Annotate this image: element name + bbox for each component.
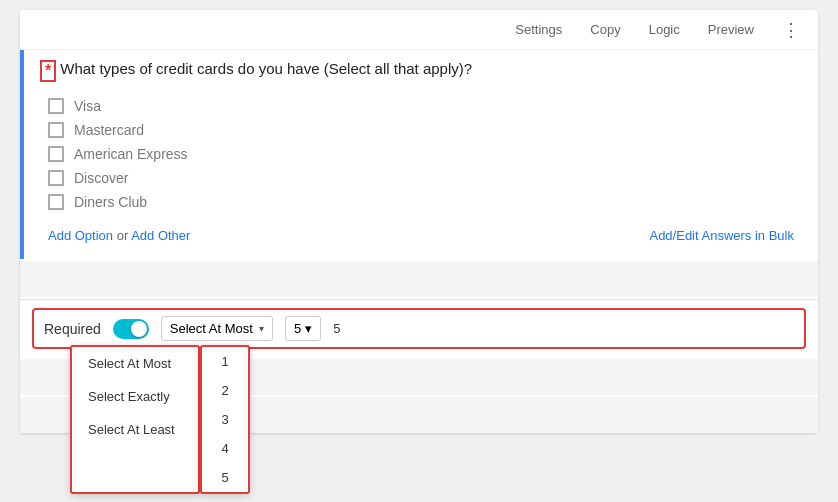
question-section: * What types of credit cards do you have… xyxy=(20,50,818,259)
list-item: Diners Club xyxy=(48,190,802,214)
settings-button[interactable]: Settings xyxy=(509,18,568,41)
list-item: Mastercard xyxy=(48,118,802,142)
num-item-3[interactable]: 3 xyxy=(202,405,248,434)
add-bulk-link[interactable]: Add/Edit Answers in Bulk xyxy=(649,228,794,243)
select-type-label: Select At Most xyxy=(170,321,253,336)
logic-button[interactable]: Logic xyxy=(643,18,686,41)
num-value-dropdown[interactable]: 5 ▾ xyxy=(285,316,321,341)
select-type-dropdown[interactable]: Select At Most ▾ xyxy=(161,316,273,341)
more-options-button[interactable]: ⋮ xyxy=(776,19,806,41)
required-toggle[interactable] xyxy=(113,319,149,339)
separator-row-1 xyxy=(20,261,818,297)
question-text: What types of credit cards do you have (… xyxy=(60,60,472,77)
option-label-discover: Discover xyxy=(74,170,128,186)
num-item-5[interactable]: 5 xyxy=(202,463,248,492)
required-star-icon: * xyxy=(40,60,56,82)
num-item-2[interactable]: 2 xyxy=(202,376,248,405)
footer-controls: Required Select At Most ▾ 5 ▾ 5 xyxy=(32,308,806,349)
chevron-down-icon: ▾ xyxy=(259,323,264,334)
toggle-thumb xyxy=(131,321,147,337)
chevron-down-icon-num: ▾ xyxy=(305,321,312,336)
copy-button[interactable]: Copy xyxy=(584,18,626,41)
required-label: Required xyxy=(44,321,101,337)
menu-item-select-exactly[interactable]: Select Exactly xyxy=(72,380,198,413)
option-label-mastercard: Mastercard xyxy=(74,122,144,138)
num-item-1[interactable]: 1 xyxy=(202,347,248,376)
option-label-diners: Diners Club xyxy=(74,194,147,210)
option-label-visa: Visa xyxy=(74,98,101,114)
option-checkbox-mastercard[interactable] xyxy=(48,122,64,138)
add-other-link[interactable]: Add Other xyxy=(131,228,190,243)
num-item-4[interactable]: 4 xyxy=(202,434,248,463)
question-header: * What types of credit cards do you have… xyxy=(40,60,802,82)
select-type-menu: Select At Most Select Exactly Select At … xyxy=(70,345,200,494)
footer-container: Required Select At Most ▾ 5 ▾ 5 Select xyxy=(20,299,818,357)
question-card: Settings Copy Logic Preview ⋮ * What typ… xyxy=(20,10,818,433)
list-item: American Express xyxy=(48,142,802,166)
add-option-links: Add Option or Add Other xyxy=(48,228,190,243)
option-checkbox-amex[interactable] xyxy=(48,146,64,162)
preview-button[interactable]: Preview xyxy=(702,18,760,41)
menu-item-select-at-most[interactable]: Select At Most xyxy=(72,347,198,380)
option-checkbox-diners[interactable] xyxy=(48,194,64,210)
add-option-link[interactable]: Add Option xyxy=(48,228,113,243)
list-item: Discover xyxy=(48,166,802,190)
num-value-label: 5 xyxy=(294,321,301,336)
toolbar: Settings Copy Logic Preview ⋮ xyxy=(20,10,818,50)
dropdown-overlay: Select At Most Select Exactly Select At … xyxy=(70,345,250,494)
options-list: Visa Mastercard American Express Discove… xyxy=(40,94,802,214)
num-dropdown-menu: 1 2 3 4 5 xyxy=(200,345,250,494)
option-label-amex: American Express xyxy=(74,146,188,162)
option-checkbox-discover[interactable] xyxy=(48,170,64,186)
list-item: Visa xyxy=(48,94,802,118)
option-checkbox-visa[interactable] xyxy=(48,98,64,114)
or-separator: or xyxy=(117,228,131,243)
menu-item-select-at-least[interactable]: Select At Least xyxy=(72,413,198,446)
footer-max-value: 5 xyxy=(333,321,340,336)
add-option-row: Add Option or Add Other Add/Edit Answers… xyxy=(40,224,802,251)
